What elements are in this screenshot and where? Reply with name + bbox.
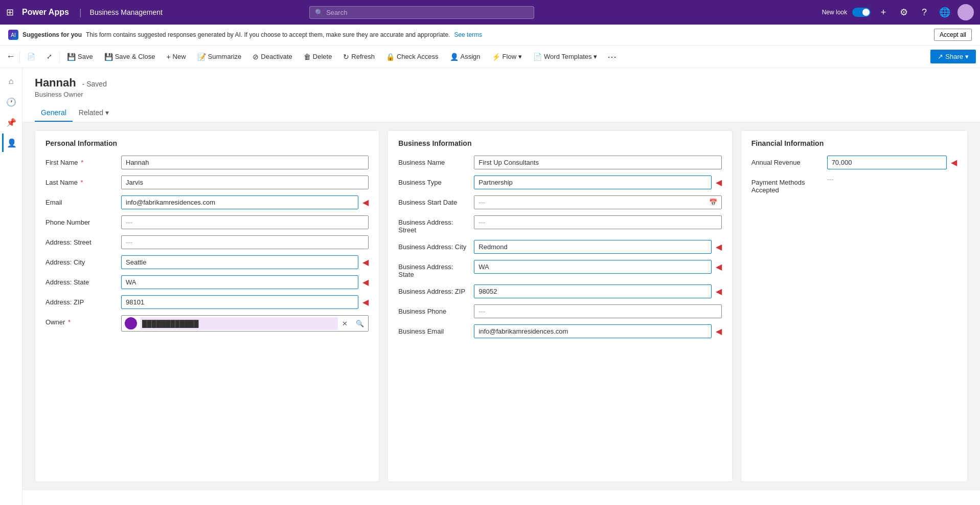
addr-state-row: Address: State ◀ [45,275,369,289]
email-label: Email [45,195,117,206]
share-chevron: ▾ [965,53,969,60]
globe-icon[interactable]: 🌐 [937,7,952,18]
check-access-button[interactable]: 🔒 Check Access [381,50,444,64]
record-view-button[interactable]: 📄 [22,50,40,63]
user-avatar[interactable] [958,4,974,20]
biz-addr-zip-input[interactable] [474,284,711,298]
payment-methods-row: Payment Methods Accepted --- [751,175,957,194]
tab-related[interactable]: Related ▾ [73,104,115,122]
biz-email-row: Business Email ◀ [398,324,721,338]
biz-name-label: Business Name [398,156,470,166]
biz-addr-state-label: Business Address: State [398,260,470,278]
biz-email-arrow: ◀ [716,326,722,336]
word-templates-button[interactable]: 📄 Word Templates ▾ [528,50,602,64]
assign-button[interactable]: 👤 Assign [445,50,486,64]
help-icon[interactable]: ? [917,7,932,18]
owner-avatar [125,317,137,330]
biz-addr-street-input[interactable] [474,215,721,229]
saved-label: - Saved [82,80,107,88]
addr-street-value [121,235,369,249]
first-name-label: First Name * [45,156,117,166]
email-arrow-indicator: ◀ [362,197,369,207]
owner-field: ████████████ ✕ 🔍 [121,315,369,332]
record-header: Hannah - Saved Business Owner [22,68,980,98]
first-name-value [121,156,369,169]
addr-state-value: ◀ [121,275,369,289]
settings-icon[interactable]: ⚙ [896,7,911,18]
sidebar-item-history[interactable]: 🕐 [2,93,20,111]
delete-icon: 🗑 [304,53,311,61]
refresh-icon: ↻ [343,53,349,61]
first-name-input[interactable] [121,156,369,169]
biz-email-input[interactable] [474,324,711,338]
delete-button[interactable]: 🗑 Delete [299,50,337,64]
financial-info-section: Financial Information Annual Revenue ◀ P… [741,130,968,482]
waffle-icon[interactable]: ⊞ [6,7,14,18]
summarize-button[interactable]: 📝 Summarize [192,50,247,64]
last-name-row: Last Name * [45,175,369,189]
biz-addr-city-row: Business Address: City ◀ [398,240,721,254]
tab-general[interactable]: General [35,104,73,122]
deactivate-button[interactable]: ⊘ Deactivate [247,50,297,64]
biz-type-input[interactable] [474,175,711,189]
biz-type-value: ◀ [474,175,721,189]
biz-phone-input[interactable] [474,304,721,318]
email-value: ◀ [121,195,369,209]
annual-revenue-label: Annual Revenue [751,156,823,166]
addr-street-input[interactable] [121,235,369,249]
biz-name-input[interactable] [474,156,721,169]
flow-icon: ⚡ [492,53,500,61]
flow-button[interactable]: ⚡ Flow ▾ [487,50,527,64]
owner-clear-button[interactable]: ✕ [338,317,352,330]
save-button[interactable]: 💾 Save [62,50,98,64]
payment-methods-dash: --- [827,172,834,183]
biz-addr-state-input[interactable] [474,260,711,274]
new-button[interactable]: + New [161,50,191,64]
record-view-icon: 📄 [27,53,35,60]
sidebar-item-users[interactable]: 👤 [2,134,20,152]
new-look-toggle[interactable] [852,8,871,17]
financial-info-title: Financial Information [751,139,957,147]
email-input[interactable] [121,195,358,209]
phone-input[interactable] [121,215,369,229]
addr-city-input[interactable] [121,255,358,269]
expand-button[interactable]: ⤢ [41,50,57,63]
annual-revenue-input[interactable] [827,156,947,169]
phone-label: Phone Number [45,215,117,226]
biz-start-input[interactable] [474,196,704,209]
addr-city-label: Address: City [45,255,117,266]
more-options-button[interactable]: ⋯ [603,48,621,65]
addr-zip-input[interactable] [121,295,358,309]
biz-addr-zip-label: Business Address: ZIP [398,284,470,295]
save-close-button[interactable]: 💾 Save & Close [99,50,161,64]
biz-start-date-wrap: 📅 [474,195,721,209]
biz-addr-city-value: ◀ [474,240,721,254]
back-button[interactable]: ← [4,49,17,64]
share-icon: ↗ [938,53,943,60]
share-button[interactable]: ↗ Share ▾ [930,50,976,63]
main-layout: ⌂ 🕐 📌 👤 Hannah - Saved Business Owner Ge… [0,68,980,505]
sidebar-item-pin[interactable]: 📌 [2,113,20,131]
annual-revenue-row: Annual Revenue ◀ [751,156,957,169]
plus-icon[interactable]: + [876,7,891,18]
first-name-row: First Name * [45,156,369,169]
refresh-button[interactable]: ↻ Refresh [338,50,380,64]
last-name-input[interactable] [121,175,369,189]
sidebar-item-home[interactable]: ⌂ [2,72,20,91]
search-icon: 🔍 [315,9,323,16]
biz-addr-street-value [474,215,721,229]
owner-row: Owner * ████████████ ✕ 🔍 [45,315,369,332]
owner-search-button[interactable]: 🔍 [352,317,368,330]
search-input[interactable] [326,9,529,16]
biz-phone-label: Business Phone [398,304,470,315]
addr-state-input[interactable] [121,275,358,289]
see-terms-link[interactable]: See terms [454,31,482,38]
addr-city-row: Address: City ◀ [45,255,369,269]
calendar-icon[interactable]: 📅 [705,196,721,209]
last-name-label: Last Name * [45,175,117,186]
tab-bar: General Related ▾ [22,98,980,122]
accept-all-button[interactable]: Accept all [934,29,972,41]
biz-addr-city-input[interactable] [474,240,711,254]
last-name-value [121,175,369,189]
new-look-label: New look [822,9,847,16]
